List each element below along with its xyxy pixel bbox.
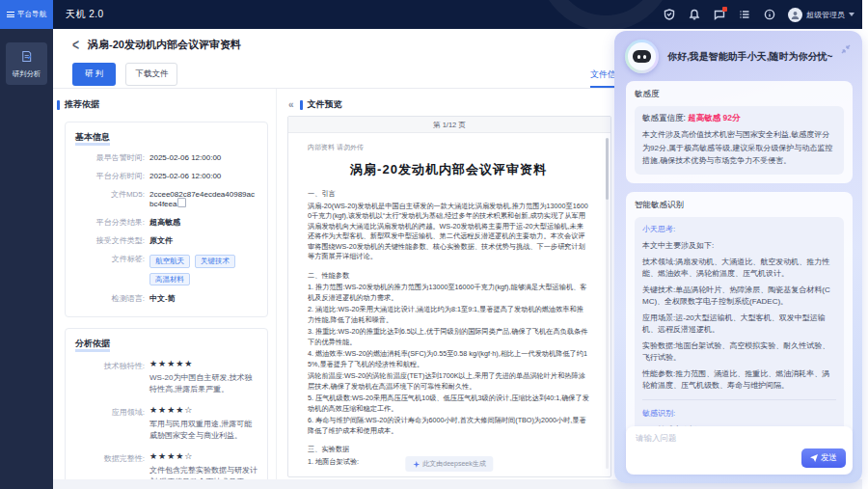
recommendation-panel: 推荐依据 基本信息 最早告警时间:2025-02-06 12:00:00平台分析…	[53, 89, 277, 479]
doc-paragraph: 1. 推力范围:WS-20发动机的推力范围为13000至16000千克力(kgf…	[308, 283, 589, 303]
assistant-greeting-row: 你好,我是智能助手小天,随时为你分忧~	[614, 31, 862, 81]
field-label: 最早告警时间:	[75, 153, 145, 163]
assistant-text-line: 关键技术:单晶涡轮叶片、热障涂层、陶瓷基复合材料(CMC)、全权限数字电子控制系…	[642, 285, 836, 308]
file-tag: 关键技术	[195, 255, 235, 268]
rating-label: 数据完整性:	[75, 452, 145, 479]
info-field-row: 最早告警时间:2025-02-06 12:00:00	[75, 153, 258, 163]
file-tag-row: 航空航天关键技术高温材料	[149, 255, 258, 285]
star-rating: ★★★★☆	[149, 406, 258, 415]
analyze-button[interactable]: 研 判	[72, 63, 116, 86]
doc-paragraph: 一、引言	[308, 189, 589, 200]
page-title: 涡扇-20发动机内部会议评审资料	[88, 38, 241, 52]
section-accent-bar	[57, 100, 60, 110]
file-tag: 高温材料	[149, 273, 190, 286]
sidebar-item-analysis[interactable]: 研判分析	[6, 42, 47, 85]
list-icon[interactable]	[738, 9, 750, 21]
info-field-row: 检测语言:中文-简	[75, 294, 258, 304]
field-value: 2025-02-06 12:00:00	[149, 153, 221, 163]
app-title: 天机 2.0	[66, 0, 104, 29]
copy-icon[interactable]	[179, 200, 186, 207]
recognition-card: 智能敏感识别 小天思考:本文中主要涉及如下:技术领域:涡扇发动机、大涵道比、航空…	[626, 192, 853, 455]
doc-watermark-note: 内部资料 请勿外传	[308, 143, 589, 152]
send-button[interactable]: 发送	[801, 448, 846, 468]
doc-scrollbar[interactable]	[606, 138, 609, 469]
bell-icon[interactable]	[688, 9, 700, 21]
platform-nav-toggle[interactable]: 平台导航	[0, 0, 53, 29]
info-field-row: 平台分析时间:2025-02-06 12:00:00	[75, 172, 258, 181]
ai-generated-badge: 此文由deepseek生成	[405, 456, 493, 472]
recommendation-panel-title: 推荐依据	[57, 98, 276, 111]
doc-paragraph: 2. 涵道比:WS-20采用大涵道比设计,涵道比约为8:1至9:1,显著提高了发…	[308, 305, 589, 325]
info-field-row: 平台分类结果:超高敏感	[75, 218, 258, 228]
doc-paragraph: 3. 推重比:WS-20的推重比达到6.5以上,优于同级别的国际同类产品,确保了…	[308, 327, 589, 347]
assistant-text-line: 技术领域:涡扇发动机、大涵道比、航空发动机、推力性能、燃油效率、涡轮前温度、压气…	[642, 257, 836, 280]
sensitivity-description: 本文件涉及高价值技术机密与国家安全利益,敏感度评分为92分,属于极高敏感等级,建…	[642, 128, 836, 168]
navbar-icon-group: 超级管理员	[663, 0, 854, 29]
page-indicator: 第 1/12 页	[288, 117, 610, 133]
avatar	[788, 8, 802, 22]
info-field-row: 文件MD5:2ccee082c87e4ecdea40989acbc4feea	[75, 190, 258, 209]
analysis-box: 分析依据 技术独特性:★★★★★WS-20为中国自主研发,技术独特性高,泄露后果…	[65, 328, 268, 479]
file-tag: 航空航天	[149, 255, 190, 268]
info-field-row: 文件标签:航空航天关键技术高温材料	[75, 255, 258, 285]
field-value: 原文件	[149, 236, 173, 246]
rating-body: ★★★★☆文件包含完整实验数据与研发计划,泄露将导致全面技术暴露。	[149, 452, 258, 479]
sensitivity-score: 超高敏感 92分	[688, 113, 740, 122]
basic-info-fields: 最早告警时间:2025-02-06 12:00:00平台分析时间:2025-02…	[75, 153, 258, 304]
field-label: 检测语言:	[75, 294, 145, 304]
assistant-text-line: 本文中主要涉及如下:	[642, 240, 836, 252]
sensitivity-card: 敏感度 敏感置信度: 超高敏感 92分 本文件涉及高价值技术机密与国家安全利益,…	[626, 81, 853, 183]
shield-icon[interactable]	[663, 9, 675, 21]
field-label: 文件标签:	[75, 255, 145, 285]
info-icon[interactable]	[763, 9, 775, 21]
doc-paragraph: 三、实验数据	[308, 445, 589, 455]
collapse-panel-icon[interactable]: «	[288, 101, 294, 109]
ai-assistant-panel: 你好,我是智能助手小天,随时为你分忧~ 敏感度 敏感置信度: 超高敏感 92分 …	[614, 31, 862, 483]
chat-input[interactable]: 请输入问题 发送	[626, 426, 853, 475]
navbar-decoration-ring	[538, 0, 673, 29]
document-page: 第 1/12 页 内部资料 请勿外传 涡扇-20发动机内部会议评审资料 一、引言…	[287, 116, 611, 477]
field-label: 文件MD5:	[75, 190, 145, 209]
notification-badge	[722, 7, 727, 12]
toolbar: 研 判 下载文件	[72, 63, 177, 86]
doc-paragraph: 4. 燃油效率:WS-20的燃油消耗率(SFC)为0.55至0.58 kg/(k…	[308, 349, 589, 369]
rating-description: 军用与民用双重用途,泄露可能威胁国家安全与商业利益。	[149, 419, 258, 442]
field-label: 平台分类结果:	[75, 218, 145, 228]
field-value: 2025-02-06 12:00:00	[149, 172, 221, 181]
message-icon[interactable]	[713, 9, 725, 21]
download-file-button[interactable]: 下载文件	[125, 63, 177, 86]
window-edge	[862, 0, 868, 489]
document-analysis-icon	[20, 50, 33, 63]
collapse-assistant-icon[interactable]	[841, 41, 851, 58]
assistant-text-line: 性能参数:推力范围、涵道比、推重比、燃油消耗率、涡轮前温度、压气机级数、寿命与维…	[642, 368, 836, 392]
user-menu[interactable]: 超级管理员	[788, 8, 854, 22]
info-field-row: 接受文件类型:原文件	[75, 236, 258, 246]
doc-paragraph: 6. 寿命与维护间隔:WS-20的设计寿命为6000小时,首次大修间隔时间(TB…	[308, 416, 589, 436]
doc-paragraph: 涡轮前温度:WS-20的涡轮前温度(TET)达到1700K以上,采用了先进的单晶…	[308, 371, 589, 392]
doc-paragraphs: 一、引言涡扇-20(WS-20)发动机是中国自主研发的一款大涵道比涡扇发动机,推…	[308, 189, 589, 467]
rating-label: 应用领域:	[75, 406, 145, 442]
rating-item: 数据完整性:★★★★☆文件包含完整实验数据与研发计划,泄露将导致全面技术暴露。	[75, 452, 258, 479]
basic-info-title: 基本信息	[75, 131, 258, 144]
rating-body: ★★★★★WS-20为中国自主研发,技术独特性高,泄露后果严重。	[149, 360, 258, 395]
rating-description: 文件包含完整实验数据与研发计划,泄露将导致全面技术暴露。	[149, 465, 258, 479]
sensitivity-detail: 敏感置信度: 超高敏感 92分 本文件涉及高价值技术机密与国家安全利益,敏感度评…	[635, 106, 844, 175]
field-value: 2ccee082c87e4ecdea40989acbc4feea	[149, 190, 258, 209]
hamburger-icon	[7, 11, 14, 19]
field-label: 平台分析时间:	[75, 172, 145, 181]
assistant-text-line: 应用场景:运-20大型运输机、大型客机、双发中型运输机、远程反潜巡逻机。	[642, 312, 836, 336]
field-label: 接受文件类型:	[75, 236, 145, 246]
app-window: 平台导航 天机 2.0 超级管理员	[0, 0, 868, 489]
doc-paragraph: 5. 压气机级数:WS-20采用高压压气机10级、低压压气机3级的设计,压缩比达…	[308, 394, 589, 414]
section-accent-bar	[300, 100, 303, 110]
chevron-down-icon	[849, 13, 854, 16]
rating-item: 技术独特性:★★★★★WS-20为中国自主研发,技术独特性高,泄露后果严重。	[75, 360, 258, 395]
recognition-detail: 小天思考:本文中主要涉及如下:技术领域:涡扇发动机、大涵道比、航空发动机、推力性…	[635, 217, 844, 447]
assistant-text-line: 小天思考:	[642, 224, 836, 235]
top-navbar: 平台导航 天机 2.0 超级管理员	[0, 0, 868, 29]
back-button[interactable]: <	[72, 38, 79, 53]
doc-scrollbar-thumb[interactable]	[606, 138, 609, 200]
basic-info-box: 基本信息 最早告警时间:2025-02-06 12:00:00平台分析时间:20…	[65, 122, 268, 317]
left-sidebar: 研判分析	[0, 29, 53, 489]
star-rating: ★★★★★	[149, 360, 258, 368]
